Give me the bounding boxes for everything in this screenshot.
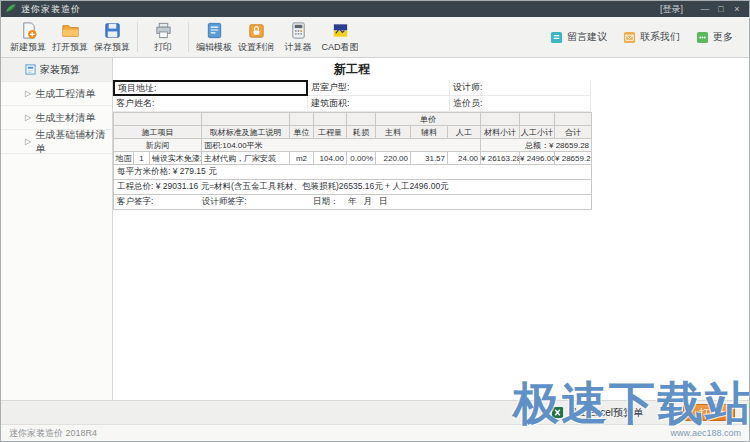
- cell-unit[interactable]: m2: [290, 152, 314, 165]
- designer-field[interactable]: 设计师:: [450, 80, 591, 96]
- col-header-spec: 取材标准及施工说明: [202, 126, 290, 139]
- new-budget-button[interactable]: 新建预算: [7, 18, 49, 56]
- sidebar-item-label: 生成基础辅材清单: [35, 128, 112, 156]
- chevron-right-icon: ▷: [25, 89, 31, 98]
- cad-view-icon: [331, 21, 350, 40]
- col-header-quantity: 工程量: [314, 126, 347, 139]
- print-icon: [154, 21, 173, 40]
- sidebar-item-label: 生成工程清单: [35, 87, 95, 101]
- col-header-total: 合计: [555, 126, 592, 139]
- calculator-icon: [289, 21, 308, 40]
- more-label: 更多: [713, 30, 733, 44]
- cell-main-material[interactable]: 220.00: [376, 152, 411, 165]
- cell-material-subtotal: ¥ 26163.28: [481, 152, 520, 165]
- contact-icon: [623, 31, 636, 44]
- sidebar-item-home-budget[interactable]: 家装预算: [1, 58, 112, 82]
- website-link[interactable]: www.aec188.com: [670, 428, 741, 438]
- room-group-row[interactable]: 新房间 面积:104.00平米 总额：¥ 28659.28: [114, 139, 592, 152]
- project-address-field[interactable]: 项目地址:: [113, 80, 308, 96]
- more-icon: [696, 31, 709, 44]
- feedback-button[interactable]: 留言建议: [550, 30, 607, 44]
- cell-aux-material[interactable]: 31.57: [411, 152, 448, 165]
- save-budget-button[interactable]: 保存预算: [91, 18, 133, 56]
- save-budget-icon: [103, 21, 122, 40]
- toolbar-divider: [137, 22, 138, 52]
- more-button[interactable]: 更多: [696, 30, 733, 44]
- bottombar: 导出Excel预算单 打印: [1, 400, 749, 424]
- toolbar-label: 编辑模板: [196, 41, 232, 54]
- feedback-label: 留言建议: [567, 30, 607, 44]
- cell-item[interactable]: 地面: [114, 152, 134, 165]
- col-header-work-item: 施工项目: [114, 126, 202, 139]
- customer-signature-label: 客户签字:: [117, 196, 153, 206]
- date-label: 日期： 年 月 日: [313, 196, 388, 206]
- new-budget-icon: [19, 21, 38, 40]
- room-name[interactable]: 新房间: [114, 139, 202, 152]
- cell-total: ¥ 28659.28: [555, 152, 592, 165]
- contact-us-label: 联系我们: [640, 30, 680, 44]
- chevron-right-icon: ▷: [25, 113, 31, 122]
- print-budget-button[interactable]: 打印: [683, 404, 735, 421]
- sidebar-item-aux-material-list[interactable]: ▷ 生成基础辅材清单: [1, 130, 112, 154]
- calculator-button[interactable]: 计算器: [277, 18, 319, 56]
- version-text: 迷你家装造价 2018R4: [9, 427, 97, 440]
- project-info-fields: 项目地址: 居室户型: 设计师: 客户姓名: 建筑面积: 造价员:: [113, 80, 591, 112]
- cell-spec[interactable]: 主材代购，厂家安装: [202, 152, 290, 165]
- budget-table: 单价 施工项目 取材标准及施工说明 单位 工程量 耗损 主料 辅料 人工 材料小…: [113, 112, 592, 210]
- col-header-unit: 单位: [290, 126, 314, 139]
- contact-us-button[interactable]: 联系我们: [623, 30, 680, 44]
- open-budget-icon: [61, 21, 80, 40]
- cell-seq[interactable]: 1: [134, 152, 150, 165]
- print-button[interactable]: 打印: [142, 18, 184, 56]
- estimator-field[interactable]: 造价员:: [450, 96, 591, 112]
- toolbar-label: 打印: [154, 41, 172, 54]
- export-excel-button[interactable]: 导出Excel预算单: [551, 406, 643, 420]
- table-row[interactable]: 地面 1 铺设实木免漆地板 主材代购，厂家安装 m2 104.00 0.00% …: [114, 152, 592, 165]
- budget-form: 新工程 项目地址: 居室户型: 设计师: 客户姓名: 建筑面积: 造价员:: [113, 58, 591, 210]
- edit-template-button[interactable]: 编辑模板: [193, 18, 235, 56]
- cell-name[interactable]: 铺设实木免漆地板: [150, 152, 202, 165]
- set-profit-button[interactable]: 设置利润: [235, 18, 277, 56]
- project-title: 新工程: [113, 58, 591, 80]
- col-header-material-subtotal: 材料小计: [481, 126, 520, 139]
- cell-loss[interactable]: 0.00%: [347, 152, 376, 165]
- col-header-loss: 耗损: [347, 126, 376, 139]
- set-profit-icon: [247, 21, 266, 40]
- minimize-button[interactable]: —: [697, 1, 713, 17]
- col-header-labor-subtotal: 人工小计: [520, 126, 555, 139]
- table-header-row: 施工项目 取材标准及施工说明 单位 工程量 耗损 主料 辅料 人工 材料小计 人…: [114, 126, 592, 139]
- app-body: 家装预算 ▷ 生成工程清单 ▷ 生成主材清单 ▷ 生成基础辅材清单 新工程 项目…: [1, 58, 749, 400]
- sidebar: 家装预算 ▷ 生成工程清单 ▷ 生成主材清单 ▷ 生成基础辅材清单: [1, 58, 113, 400]
- per-sqm-price: 每平方米价格: ¥ 279.15 元: [114, 165, 592, 180]
- statusbar: 迷你家装造价 2018R4 www.aec188.com: [1, 424, 749, 441]
- close-button[interactable]: ×: [729, 1, 745, 17]
- export-excel-label: 导出Excel预算单: [569, 406, 643, 420]
- cell-labor-subtotal: ¥ 2496.00: [520, 152, 555, 165]
- building-area-field[interactable]: 建筑面积:: [308, 96, 450, 112]
- chevron-right-icon: ▷: [25, 137, 31, 146]
- maximize-button[interactable]: □: [713, 1, 729, 17]
- cell-quantity[interactable]: 104.00: [314, 152, 347, 165]
- cad-view-button[interactable]: CAD看图: [319, 18, 361, 56]
- toolbar-label: 保存预算: [94, 41, 130, 54]
- main-area: 新工程 项目地址: 居室户型: 设计师: 客户姓名: 建筑面积: 造价员:: [113, 58, 749, 400]
- open-budget-button[interactable]: 打开预算: [49, 18, 91, 56]
- col-header-labor: 人工: [448, 126, 481, 139]
- cell-labor[interactable]: 24.00: [448, 152, 481, 165]
- room-type-field[interactable]: 居室户型:: [308, 80, 450, 96]
- toolbar-label: 设置利润: [238, 41, 274, 54]
- sidebar-item-project-list[interactable]: ▷ 生成工程清单: [1, 82, 112, 106]
- toolbar-label: 计算器: [285, 41, 312, 54]
- login-link[interactable]: [登录]: [660, 3, 683, 16]
- col-header-aux-material: 辅料: [411, 126, 448, 139]
- room-total: 总额：¥ 28659.28: [481, 139, 592, 152]
- toolbar-label: 打开预算: [52, 41, 88, 54]
- sidebar-item-main-material-list[interactable]: ▷ 生成主材清单: [1, 106, 112, 130]
- excel-icon: [551, 406, 564, 419]
- app-window: 迷你家装造价 [登录] — □ × 新建预算 打开预算: [0, 0, 750, 442]
- customer-name-field[interactable]: 客户姓名:: [113, 96, 308, 112]
- unit-price-group-header: 单价: [376, 113, 481, 126]
- toolbar-label: 新建预算: [10, 41, 46, 54]
- col-header-main-material: 主料: [376, 126, 411, 139]
- message-icon: [550, 31, 563, 44]
